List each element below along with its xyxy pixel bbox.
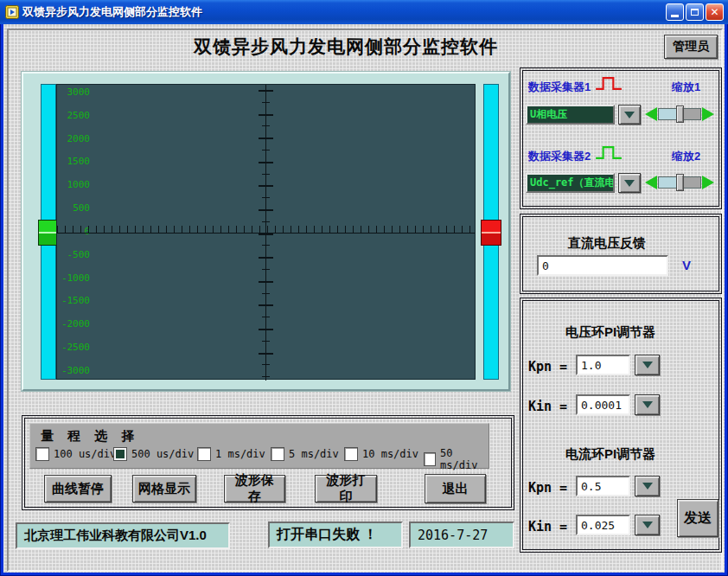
chevron-down-icon [624, 180, 635, 187]
range-option-100us[interactable]: 100 us/div [35, 447, 116, 461]
y-tick-label: -2000 [61, 319, 90, 329]
checkbox[interactable] [197, 447, 211, 461]
current-kpn-dropdown-button[interactable] [635, 476, 660, 496]
channel2-dropdown-button[interactable] [618, 173, 641, 193]
current-kin-input[interactable] [576, 515, 630, 535]
current-kin-dropdown-button[interactable] [635, 515, 660, 535]
y-tick-label: -1000 [61, 273, 90, 283]
y-tick-label: 1000 [67, 180, 91, 189]
close-button[interactable]: ✕ [706, 3, 724, 21]
chevron-down-icon [642, 401, 653, 408]
app-window: 双馈异步风力发电网侧部分监控软件 ✕ 双馈异步风力发电网侧部分监控软件 管理员 … [0, 0, 728, 576]
company-status: 北京理工伟业科教有限公司V1.0 [16, 522, 230, 549]
zoom1-increase-arrow[interactable] [702, 107, 714, 121]
zoom1-decrease-arrow[interactable] [645, 107, 657, 121]
dc-feedback-input[interactable] [537, 255, 668, 276]
y-tick-label: 1500 [67, 157, 91, 166]
pause-curve-button[interactable]: 曲线暂停 [44, 475, 112, 502]
zoom2-decrease-arrow[interactable] [645, 176, 657, 189]
chevron-down-icon [642, 362, 653, 368]
range-option-50ms[interactable]: 50 ms/div [424, 447, 489, 471]
checkbox[interactable] [424, 452, 436, 466]
admin-button[interactable]: 管理员 [664, 35, 718, 59]
dc-feedback-title: 直流电压反馈 [568, 235, 646, 252]
checkbox[interactable] [35, 447, 49, 461]
checkbox[interactable] [271, 447, 284, 461]
current-kpn-label: Kpn = [528, 480, 567, 496]
voltage-kpn-input[interactable] [576, 355, 630, 375]
voltage-kin-label: Kin = [528, 399, 567, 414]
channel1-dropdown-button[interactable] [618, 105, 641, 125]
range-options-box: 量 程 选 择 100 us/div 500 us/div 1 ms/div 5… [29, 423, 489, 469]
window-title: 双馈异步风力发电网侧部分监控软件 [22, 4, 202, 20]
current-kpn-input[interactable] [576, 476, 630, 496]
zoom1-slider[interactable] [658, 108, 701, 120]
pulse-icon-green [595, 145, 623, 160]
voltage-kin-dropdown-button[interactable] [635, 394, 660, 415]
title-bar[interactable]: 双馈异步风力发电网侧部分监控软件 ✕ [0, 0, 728, 24]
voltage-kin-input[interactable] [576, 394, 630, 415]
app-icon [5, 5, 19, 19]
save-waveform-button[interactable]: 波形保存 [224, 475, 285, 502]
range-option-500us[interactable]: 500 us/div [113, 447, 194, 461]
y-tick-label: -2500 [61, 342, 90, 352]
minimize-icon [671, 15, 679, 17]
current-kin-label: Kin = [528, 519, 567, 534]
print-waveform-button[interactable]: 波形打印 [315, 475, 377, 502]
voltage-pi-title: 电压环PI调节器 [565, 324, 655, 341]
range-title: 量 程 选 择 [41, 428, 140, 445]
waveform-chart: 3000 2500 2000 1500 1000 500 0 -500 -100… [22, 72, 510, 391]
range-option-10ms[interactable]: 10 ms/div [344, 447, 418, 461]
maximize-icon [691, 9, 699, 16]
y-tick-label: 500 [73, 203, 90, 213]
current-pi-title: 电流环PI调节器 [565, 446, 655, 463]
checkbox[interactable] [344, 447, 358, 461]
chevron-down-icon [642, 522, 653, 528]
grid-display-button[interactable]: 网格显示 [132, 475, 196, 502]
pi-panel: 电压环PI调节器 Kpn = Kin = 电流环PI调节器 Kpn = Kin … [520, 298, 722, 553]
range-option-5ms[interactable]: 5 ms/div [271, 447, 339, 461]
date-display: 2016-7-27 [409, 522, 514, 548]
zoom2-label: 缩放2 [672, 149, 700, 164]
exit-button[interactable]: 退出 [425, 474, 486, 503]
zoom2-thumb[interactable] [676, 174, 684, 191]
y-tick-label: -3000 [61, 366, 90, 375]
chevron-down-icon [642, 483, 653, 490]
range-panel: 量 程 选 择 100 us/div 500 us/div 1 ms/div 5… [22, 415, 514, 510]
y-axis-line [265, 85, 266, 381]
zoom1-label: 缩放1 [672, 80, 700, 95]
acquisition-panel: 数据采集器1 缩放1 U相电压 数据采集器2 缩放2 Udc_ref（直流电 [520, 67, 722, 209]
collector1-label: 数据采集器1 [528, 80, 591, 95]
right-scale-slider[interactable] [483, 84, 499, 380]
left-scale-slider[interactable] [41, 84, 56, 380]
y-tick-label: 2000 [67, 134, 91, 144]
zoom1-control [645, 105, 714, 124]
zoom2-control [645, 173, 714, 192]
right-slider-thumb[interactable] [481, 220, 501, 246]
y-tick-label: 2500 [67, 111, 91, 120]
chevron-down-icon [624, 112, 635, 118]
y-tick-label: 3000 [67, 87, 91, 97]
dc-unit-label: V [682, 258, 691, 272]
channel2-select[interactable]: Udc_ref（直流电 [526, 173, 615, 193]
voltage-kpn-label: Kpn = [528, 359, 567, 374]
collector2-label: 数据采集器2 [528, 149, 591, 164]
page-title: 双馈异步风力发电网侧部分监控软件 [95, 35, 597, 59]
voltage-kpn-dropdown-button[interactable] [635, 355, 660, 375]
pulse-icon-red [595, 76, 623, 91]
close-icon: ✕ [710, 7, 718, 17]
maximize-button[interactable] [686, 3, 704, 21]
serial-status-message: 打开串口失败 ！ [268, 522, 403, 548]
range-option-1ms[interactable]: 1 ms/div [197, 447, 265, 461]
zoom2-increase-arrow[interactable] [702, 176, 714, 189]
send-button[interactable]: 发送 [677, 499, 718, 537]
y-tick-label: -500 [67, 250, 91, 259]
zoom2-slider[interactable] [658, 176, 701, 189]
y-tick-label: -1500 [61, 296, 90, 305]
dc-feedback-panel: 直流电压反馈 V [520, 214, 722, 294]
minimize-button[interactable] [666, 3, 684, 21]
zoom1-thumb[interactable] [676, 106, 684, 123]
checkbox[interactable] [113, 447, 127, 461]
plot-area: 3000 2500 2000 1500 1000 500 0 -500 -100… [56, 84, 476, 380]
channel1-select[interactable]: U相电压 [526, 105, 615, 125]
